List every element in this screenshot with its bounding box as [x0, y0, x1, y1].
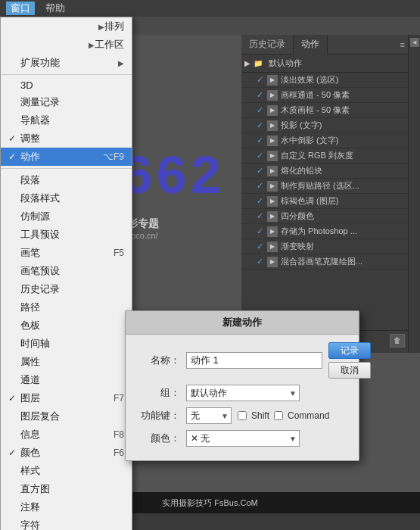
action-item-2[interactable]: ✓ ▶ 画框通道 - 50 像素 [241, 88, 408, 103]
dialog-title: 新建动作 [126, 311, 359, 335]
action-item-12[interactable]: ✓ ▶ 渐变映射 [241, 239, 408, 254]
menu-item-swatches[interactable]: 色板 [1, 316, 132, 335]
shift-checkbox[interactable] [238, 411, 247, 420]
shortcut-info: F8 [98, 429, 124, 440]
menu-item-info[interactable]: 信息 F8 [1, 426, 132, 444]
menu-item-actions[interactable]: ✓ 动作 ⌥F9 [1, 148, 132, 166]
action-icon-12: ▶ [267, 242, 278, 252]
check-1: ✓ [257, 75, 264, 85]
menu-item-para-style[interactable]: 段落样式 [1, 189, 132, 207]
tab-history[interactable]: 历史记录 [241, 35, 294, 55]
name-input[interactable] [186, 352, 322, 369]
menu-item-3d[interactable]: 3D [1, 77, 132, 93]
menu-item-histogram[interactable]: 直方图 [1, 480, 132, 498]
arrow-arrange: ▶ [98, 23, 104, 31]
action-item-3[interactable]: ✓ ▶ 木质画框 - 50 像素 [241, 103, 408, 118]
check-adjust: ✓ [8, 133, 16, 144]
check-7: ✓ [257, 166, 264, 176]
action-item-6[interactable]: ✓ ▶ 自定义 RGB 到灰度 [241, 148, 408, 164]
menu-item-channels[interactable]: 通道 [1, 371, 132, 389]
cancel-button[interactable]: 取消 [328, 362, 371, 379]
check-8: ✓ [257, 181, 264, 191]
menu-item-tool-preset[interactable]: 工具预设 [1, 226, 132, 244]
action-item-5[interactable]: ✓ ▶ 水中倒影 (文字) [241, 133, 408, 148]
color-select-wrapper: ✕ 无 ▼ [186, 430, 300, 447]
panel-menu-btn[interactable]: ≡ [400, 40, 408, 49]
action-icon-11: ▶ [267, 226, 278, 237]
key-select[interactable]: 无 [186, 407, 232, 424]
menu-item-layer-comps[interactable]: 图层复合 [1, 407, 132, 426]
menu-item-layers[interactable]: ✓ 图层 F7 [1, 389, 132, 407]
action-icon-10: ▶ [267, 211, 278, 222]
menu-item-brush[interactable]: 画笔 F5 [1, 244, 132, 262]
menu-help[interactable]: 帮助 [45, 2, 65, 15]
panel-group-header: ▶ 📁 默认动作 [241, 55, 408, 73]
menu-item-extensions[interactable]: 扩展功能 ▶ [1, 54, 132, 72]
dialog-row-color: 颜色： ✕ 无 ▼ [136, 430, 348, 447]
menu-item-notes[interactable]: 注释 [1, 498, 132, 516]
action-name-10: 四分颜色 [281, 210, 405, 222]
menu-item-para[interactable]: 段落 [1, 171, 132, 189]
action-item-13[interactable]: ✓ ▶ 混合器画笔克隆绘图... [241, 254, 408, 270]
window-menu-dropdown: ▶ 排列 ▶ 工作区 扩展功能 ▶ 3D 测量记录 导航器 ✓ 调整 ✓ 动作 … [0, 17, 132, 530]
menu-item-adjust[interactable]: ✓ 调整 [1, 129, 132, 148]
name-label: 名称： [136, 354, 180, 367]
menu-item-measure[interactable]: 测量记录 [1, 93, 132, 111]
group-select-wrapper: 默认动作 ▼ [186, 385, 300, 401]
action-item-10[interactable]: ✓ ▶ 四分颜色 [241, 209, 408, 224]
menu-item-properties[interactable]: 属性 [1, 353, 132, 371]
action-name-11: 存储为 Photoshop ... [281, 226, 405, 237]
record-button[interactable]: 记录 [328, 342, 371, 359]
key-label: 功能键： [136, 409, 180, 422]
actions-panel: 历史记录 动作 ≡ ▶ 📁 默认动作 ✓ ▶ 淡出效果 (选区) ✓ ▶ 画框通… [241, 35, 408, 353]
menu-item-history[interactable]: 历史记录 [1, 280, 132, 298]
menu-item-color[interactable]: ✓ 颜色 F6 [1, 444, 132, 462]
action-name-5: 水中倒影 (文字) [281, 135, 405, 146]
check-11: ✓ [257, 226, 264, 236]
action-name-7: 熔化的铅块 [281, 165, 405, 176]
action-icon-6: ▶ [267, 151, 278, 161]
menu-item-timeline[interactable]: 时间轴 [1, 335, 132, 353]
menu-item-workspace[interactable]: ▶ 工作区 [1, 36, 132, 54]
menu-item-navigator[interactable]: 导航器 [1, 111, 132, 129]
check-layers: ✓ [8, 393, 16, 404]
menu-item-arrange[interactable]: ▶ 排列 [1, 17, 132, 36]
action-icon-8: ▶ [267, 181, 278, 192]
group-select[interactable]: 默认动作 [186, 385, 300, 401]
panel-collapse-btn[interactable]: ◀ [410, 38, 419, 47]
shortcut-color: F6 [98, 447, 124, 458]
menu-item-styles[interactable]: 样式 [1, 462, 132, 480]
action-icon-4: ▶ [267, 120, 278, 131]
menu-item-brush-preset[interactable]: 画笔预设 [1, 262, 132, 280]
color-select[interactable]: ✕ 无 [186, 430, 300, 447]
action-item-11[interactable]: ✓ ▶ 存储为 Photoshop ... [241, 224, 408, 239]
modifier-checkboxes: Shift Command [238, 410, 329, 421]
action-name-3: 木质画框 - 50 像素 [281, 104, 405, 116]
tab-actions[interactable]: 动作 [294, 35, 328, 55]
action-name-12: 渐变映射 [281, 241, 405, 252]
color-label: 颜色： [136, 432, 180, 445]
menu-item-path[interactable]: 路径 [1, 298, 132, 316]
check-actions: ✓ [8, 151, 16, 162]
command-checkbox[interactable] [274, 411, 283, 420]
delete-btn[interactable]: 🗑 [390, 334, 405, 348]
expand-icon[interactable]: ▶ [244, 59, 250, 67]
menu-item-char[interactable]: 字符 [1, 516, 132, 530]
action-item-8[interactable]: ✓ ▶ 制作剪贴路径 (选区... [241, 179, 408, 194]
check-color: ✓ [8, 447, 16, 458]
action-item-9[interactable]: ✓ ▶ 棕褐色调 (图层) [241, 194, 408, 209]
dialog-body: 名称： 记录 取消 组： 默认动作 ▼ [126, 335, 359, 460]
action-name-2: 画框通道 - 50 像素 [281, 89, 405, 101]
shortcut-brush: F5 [98, 248, 124, 258]
menu-item-clone-src[interactable]: 仿制源 [1, 207, 132, 226]
check-3: ✓ [257, 105, 264, 115]
panel-tabs: 历史记录 动作 ≡ [241, 35, 408, 55]
action-item-1[interactable]: ✓ ▶ 淡出效果 (选区) [241, 73, 408, 88]
ps-window: 窗口 帮助 hop CC 调整边缘... 942662 POCO 摄影专题 ht… [0, 0, 420, 530]
check-12: ✓ [257, 242, 264, 251]
menu-window[interactable]: 窗口 [6, 2, 35, 15]
action-item-4[interactable]: ✓ ▶ 投影 (文字) [241, 118, 408, 133]
bottom-watermark-text: 实用摄影技巧 FsBus.CoM [162, 497, 258, 509]
action-item-7[interactable]: ✓ ▶ 熔化的铅块 [241, 164, 408, 179]
shortcut-layers: F7 [98, 393, 124, 404]
